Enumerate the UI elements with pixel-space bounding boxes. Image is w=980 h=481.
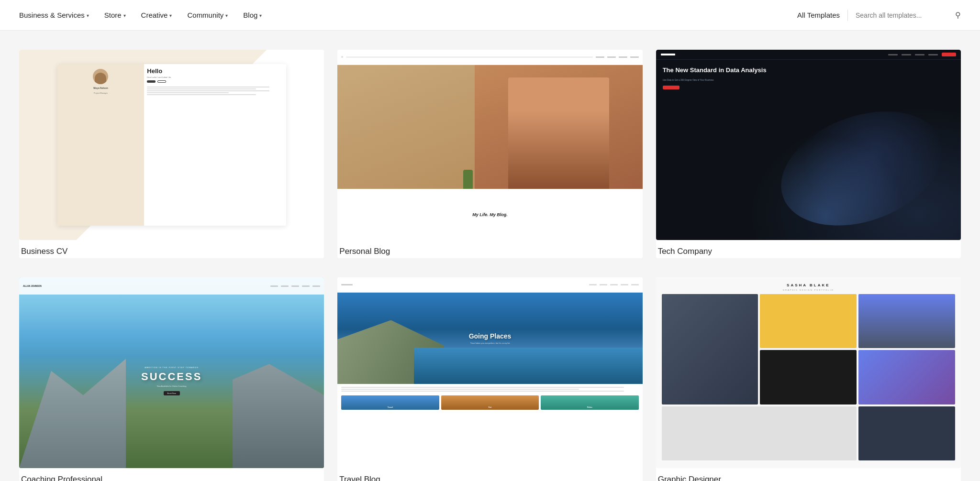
thumb-coaching: ALLAN JOHNSON Ambition is the first ste: [19, 277, 324, 468]
thumb-travel-blog: Going Places Travel takes you everywhere…: [337, 277, 642, 468]
travel-line: [341, 391, 624, 392]
travel-card-label-1: Travel: [341, 406, 439, 408]
card-graphic-designer[interactable]: SASHA BLAKE GRAPHIC DESIGN PORTFOLIO Gra…: [656, 277, 961, 481]
cv-btn-resume: [147, 80, 156, 83]
nav-divider: [847, 10, 848, 21]
search-input[interactable]: [856, 11, 951, 19]
blog-nav-search: [346, 56, 592, 58]
cv-btn-projects: [157, 80, 166, 83]
cv-name: Maya Nelson: [93, 87, 108, 90]
travel-mini-cards: Travel Eat Relax: [341, 395, 638, 410]
gd-name: SASHA BLAKE: [662, 283, 955, 287]
blog-nav-link: [619, 56, 627, 58]
coaching-nav: ALLAN JOHNSON: [19, 277, 324, 295]
travel-nav-link: [631, 284, 639, 285]
card-business-cv[interactable]: Maya Nelson Project Manager Hello Here's…: [19, 50, 324, 258]
template-grid: Maya Nelson Project Manager Hello Here's…: [19, 50, 961, 481]
card-coaching[interactable]: ALLAN JOHNSON Ambition is the first ste: [19, 277, 324, 481]
gd-item-4: [760, 350, 857, 404]
nav-item-community[interactable]: Community ▾: [187, 11, 228, 19]
gd-item-6: [662, 406, 857, 460]
chevron-down-icon: ▾: [123, 13, 126, 18]
blog-nav-link: [630, 56, 639, 58]
coaching-nav-links: [270, 285, 320, 287]
coaching-nav-link: [270, 285, 278, 287]
cv-content-lines: [147, 87, 283, 95]
tech-headline: The New Standard in Data Analysis: [663, 66, 954, 75]
blog-image-left: [337, 65, 475, 189]
coaching-nav-link: [312, 285, 320, 287]
card-label-business-cv: Business CV: [19, 240, 324, 258]
travel-nav-links: [589, 284, 639, 285]
travel-line: [341, 387, 624, 388]
chevron-down-icon: ▾: [259, 13, 262, 18]
travel-nav: [337, 277, 642, 293]
gd-item-1: [662, 294, 758, 404]
coaching-online: Now Available for Online Coaching: [141, 385, 202, 387]
coaching-nav-link: [291, 285, 299, 287]
tech-cta-small: [942, 53, 956, 56]
card-label-graphic-designer: Graphic Designer: [656, 468, 961, 481]
tech-nav-link: [928, 54, 938, 55]
all-templates-link[interactable]: All Templates: [797, 11, 840, 19]
travel-paragraph: [341, 387, 638, 392]
chevron-down-icon: ▾: [169, 13, 172, 18]
travel-mini-card-travel: Travel: [341, 395, 439, 410]
chevron-down-icon: ▾: [87, 13, 89, 18]
travel-line: [341, 389, 579, 390]
card-label-coaching: Coaching Professional: [19, 468, 324, 481]
tech-logo: [661, 54, 675, 55]
card-personal-blog[interactable]: My Life. My Blog. Personal Blog: [337, 50, 642, 258]
travel-nav-logo: [341, 284, 353, 285]
thumb-graphic-designer: SASHA BLAKE GRAPHIC DESIGN PORTFOLIO: [656, 277, 961, 468]
tech-nav: [656, 50, 961, 60]
tech-nav-link: [888, 54, 898, 55]
nav-item-creative[interactable]: Creative ▾: [141, 11, 172, 19]
coaching-ambition: Ambition is the first step towards: [141, 366, 202, 369]
travel-card-label-2: Eat: [441, 406, 539, 408]
blog-nav-links: [596, 56, 639, 58]
nav-item-store[interactable]: Store ▾: [104, 11, 126, 19]
gd-item-3: [858, 294, 955, 348]
coaching-nav-name: ALLAN JOHNSON: [23, 285, 42, 287]
card-label-personal-blog: Personal Blog: [337, 240, 642, 258]
tech-cta-button: [663, 86, 679, 89]
blog-nav-link: [607, 56, 616, 58]
travel-nav-link: [589, 284, 597, 285]
blog-image-right: [475, 65, 643, 189]
tech-nav-link: [915, 54, 924, 55]
tech-sub: Use Data to Get a 360-Degree View of You…: [663, 78, 823, 82]
cv-title: Project Manager: [94, 92, 108, 94]
coaching-hero: Ambition is the first step towards SUCCE…: [19, 295, 324, 468]
tech-content: The New Standard in Data Analysis Use Da…: [656, 60, 961, 240]
travel-nav-link: [600, 284, 607, 285]
card-label-tech-company: Tech Company: [656, 240, 961, 258]
coaching-text: Ambition is the first step towards SUCCE…: [141, 366, 202, 396]
travel-mini-card-eat: Eat: [441, 395, 539, 410]
blog-bottom: My Life. My Blog.: [337, 189, 642, 240]
card-label-travel-blog: Travel Blog: [337, 468, 642, 481]
coaching-nav-link: [302, 285, 310, 287]
nav-right: All Templates ⚲: [797, 10, 961, 21]
nav-item-blog[interactable]: Blog ▾: [243, 11, 262, 19]
cv-avatar: [93, 69, 108, 84]
search-icon[interactable]: ⚲: [955, 11, 961, 20]
gd-item-2: [760, 294, 857, 348]
nav-item-business[interactable]: Business & Services ▾: [19, 11, 89, 19]
search-box: ⚲: [856, 11, 961, 20]
cv-left-panel: Maya Nelson Project Manager: [57, 64, 145, 226]
travel-sub: Travel takes you everywhere, but it's on…: [470, 342, 510, 344]
blog-nav-link: [596, 56, 604, 58]
coaching-nav-link: [281, 285, 289, 287]
blog-images: [337, 65, 642, 189]
card-tech-company[interactable]: The New Standard in Data Analysis Use Da…: [656, 50, 961, 258]
tech-nav-link: [902, 54, 911, 55]
tech-nav-links: [888, 54, 938, 55]
card-travel-blog[interactable]: Going Places Travel takes you everywhere…: [337, 277, 642, 481]
blog-title: My Life. My Blog.: [472, 212, 508, 217]
blog-nav-bar: [337, 50, 642, 65]
thumb-personal-blog: My Life. My Blog.: [337, 50, 642, 240]
cv-mockup: Maya Nelson Project Manager Hello Here's…: [57, 64, 286, 226]
navigation: Business & Services ▾ Store ▾ Creative ▾…: [0, 0, 980, 31]
nav-left: Business & Services ▾ Store ▾ Creative ▾…: [19, 11, 797, 19]
